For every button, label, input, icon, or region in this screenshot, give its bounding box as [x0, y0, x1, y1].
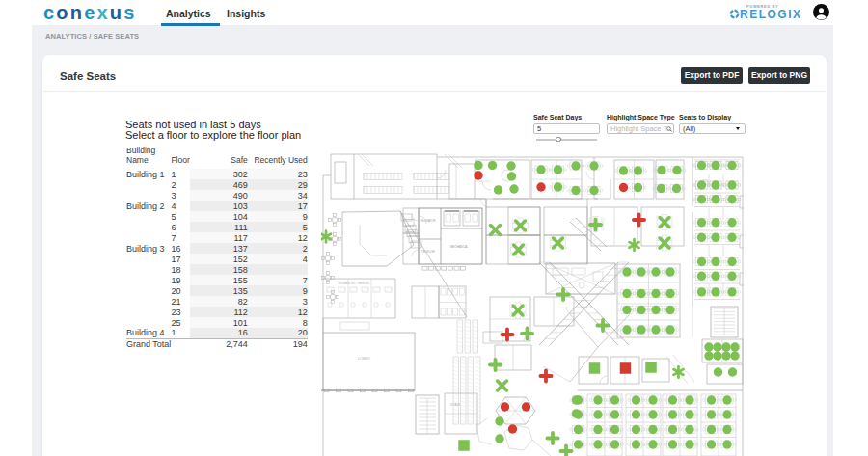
svg-text:STAIR: STAIR	[450, 403, 461, 407]
svg-text:ELEVATOR: ELEVATOR	[421, 219, 435, 223]
svg-text:LOBBY: LOBBY	[358, 356, 371, 361]
svg-text:WOMEN WC / MEN WC: WOMEN WC / MEN WC	[339, 282, 370, 285]
svg-text:TELECOM: TELECOM	[421, 250, 435, 254]
svg-text:MECHANICAL: MECHANICAL	[450, 245, 469, 249]
